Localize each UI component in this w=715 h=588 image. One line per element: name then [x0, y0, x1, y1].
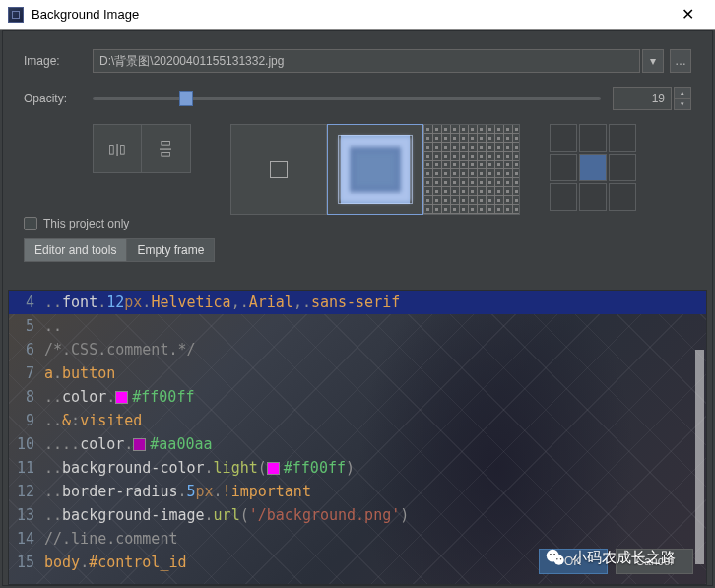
spin-down-icon[interactable]: ▾ — [674, 98, 691, 110]
code-text: /*.CSS.comment.*/ — [44, 341, 196, 359]
line-number: 15 — [9, 554, 44, 571]
anchor-middle-left[interactable] — [550, 154, 577, 181]
opacity-label: Opacity: — [24, 92, 93, 105]
line-number: 9 — [9, 412, 44, 429]
line-number: 13 — [9, 506, 44, 524]
anchor-middle-right[interactable] — [609, 154, 636, 181]
tabs: Editor and tools Empty frame — [24, 238, 221, 262]
line-number: 6 — [9, 341, 44, 359]
fill-tile-button[interactable] — [423, 124, 520, 215]
code-line[interactable]: 14//.line.comment — [9, 527, 706, 551]
code-text: ..background-image.url('/background.png'… — [44, 506, 409, 524]
code-line[interactable]: 6/*.CSS.comment.*/ — [9, 338, 706, 361]
code-text: ..font.12px.Helvetica,.Arial,.sans-serif — [44, 294, 400, 311]
anchor-grid — [550, 124, 636, 211]
code-text: ..background-color.light(#ff00ff) — [44, 459, 355, 477]
app-icon — [8, 7, 24, 23]
opacity-spinner[interactable]: ▴ ▾ — [674, 87, 691, 110]
anchor-bottom-center[interactable] — [579, 183, 607, 211]
code-line[interactable]: 9..&:visited — [9, 409, 706, 432]
opacity-slider[interactable] — [93, 97, 601, 100]
project-only-checkbox[interactable] — [24, 217, 37, 230]
project-only-label: This project only — [43, 217, 129, 230]
tab-editor-tools[interactable]: Editor and tools — [24, 238, 127, 262]
spin-up-icon[interactable]: ▴ — [674, 87, 691, 98]
dialog-body: Image: ▾ … Opacity: 19 ▴ ▾ ▯|▯ ▯|▯ — [0, 30, 715, 284]
code-preview: 4..font.12px.Helvetica,.Arial,.sans-seri… — [8, 290, 707, 585]
flip-group: ▯|▯ ▯|▯ — [93, 124, 221, 173]
anchor-top-center[interactable] — [579, 124, 607, 152]
code-text: ..color.#ff00ff — [44, 388, 194, 406]
code-line[interactable]: 11..background-color.light(#ff00ff) — [9, 456, 706, 480]
flip-horizontal-icon: ▯|▯ — [108, 142, 125, 156]
code-line[interactable]: 10....color.#aa00aa — [9, 432, 706, 456]
line-number: 5 — [9, 317, 44, 335]
code-line[interactable]: 13..background-image.url('/background.pn… — [9, 503, 706, 527]
window-title: Background Image — [32, 7, 668, 22]
close-button[interactable]: ✕ — [668, 1, 707, 29]
opacity-value-field[interactable]: 19 — [613, 87, 672, 110]
line-number: 12 — [9, 483, 44, 500]
image-label: Image: — [24, 54, 93, 68]
anchor-bottom-right[interactable] — [609, 183, 636, 211]
anchor-bottom-left[interactable] — [550, 183, 577, 211]
code-line[interactable]: 8..color.#ff00ff — [9, 385, 706, 409]
image-path-input[interactable] — [93, 49, 640, 73]
code-text: ..border-radius.5px.!important — [44, 483, 311, 500]
flip-vertical-icon: ▯|▯ — [160, 140, 173, 157]
line-number: 8 — [9, 388, 44, 406]
flip-horizontal-button[interactable]: ▯|▯ — [93, 124, 142, 173]
fill-scale-button[interactable] — [327, 124, 423, 215]
code-line[interactable]: 4..font.12px.Helvetica,.Arial,.sans-seri… — [9, 291, 706, 314]
code-line[interactable]: 12..border-radius.5px.!important — [9, 480, 706, 503]
browse-button[interactable]: … — [670, 49, 691, 73]
line-number: 10 — [9, 435, 44, 453]
anchor-top-left[interactable] — [550, 124, 577, 152]
cancel-button[interactable]: Cancel — [616, 549, 693, 574]
fill-mode-group — [230, 124, 520, 215]
tab-empty-frame[interactable]: Empty frame — [127, 238, 215, 262]
ok-button[interactable]: OK — [539, 549, 608, 574]
image-dropdown-button[interactable]: ▾ — [642, 49, 664, 73]
line-number: 4 — [9, 294, 44, 311]
code-text: ..&:visited — [44, 412, 142, 429]
line-number: 11 — [9, 459, 44, 477]
code-text: a.button — [44, 364, 115, 382]
line-number: 14 — [9, 530, 44, 548]
anchor-middle-center[interactable] — [579, 154, 607, 181]
button-bar: OK Cancel — [539, 549, 693, 574]
code-line[interactable]: 7a.button — [9, 361, 706, 385]
fill-plain-button[interactable] — [230, 124, 327, 215]
titlebar: Background Image ✕ — [0, 0, 715, 30]
code-text: body.#control_id — [44, 554, 187, 571]
flip-vertical-button[interactable]: ▯|▯ — [142, 124, 191, 173]
line-number: 7 — [9, 364, 44, 382]
code-text: //.line.comment — [44, 530, 177, 548]
code-text: .. — [44, 317, 62, 335]
anchor-top-right[interactable] — [609, 124, 636, 152]
code-line[interactable]: 5.. — [9, 314, 706, 338]
opacity-slider-thumb[interactable] — [179, 91, 193, 106]
code-text: ....color.#aa00aa — [44, 435, 213, 453]
